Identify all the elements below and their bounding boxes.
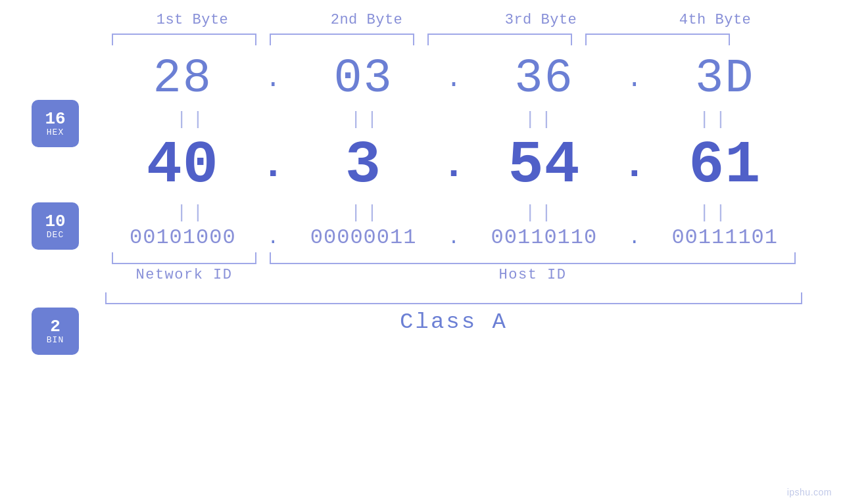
hex-dot-2: . — [441, 64, 466, 94]
eq-3: || — [469, 109, 614, 129]
eq-b4: || — [643, 202, 788, 223]
equals-dec-bin: || || || || — [105, 199, 802, 225]
page-layout: 1st Byte 2nd Byte 3rd Byte 4th Byte 16 H… — [0, 0, 845, 504]
col-header-2: 2nd Byte — [295, 12, 439, 28]
bin-dot-3: . — [621, 227, 647, 249]
dec-badge-number: 10 — [45, 213, 65, 230]
bracket-network — [112, 252, 256, 264]
hex-b1: 28 — [112, 52, 254, 106]
dec-dot-1: . — [260, 143, 286, 188]
eq-2: || — [295, 109, 439, 129]
id-labels-row: Network ID Host ID — [105, 267, 802, 283]
hex-dot-3: . — [621, 64, 647, 94]
class-label: Class A — [105, 309, 802, 334]
hex-row: 28 . 03 . 36 . 3D — [105, 52, 802, 106]
host-id-label: Host ID — [263, 267, 802, 283]
bracket-top-2 — [270, 34, 414, 45]
bin-row: 00101000 . 00000011 . 00110110 . 0011110… — [105, 225, 802, 250]
hex-b2: 03 — [293, 52, 435, 106]
bin-badge-label: BIN — [47, 335, 64, 345]
eq-b1: || — [120, 202, 265, 223]
bracket-top-4 — [585, 34, 730, 45]
eq-b2: || — [295, 202, 439, 223]
dec-b3: 54 — [473, 132, 616, 199]
dec-row: 40 . 3 . 54 . 61 — [105, 132, 802, 199]
dec-b4: 61 — [654, 132, 796, 199]
equals-hex-dec: || || || || — [105, 106, 802, 132]
hex-b4: 3D — [654, 52, 796, 106]
bin-b3: 00110110 — [473, 225, 616, 250]
dec-badge: 10 DEC — [32, 202, 79, 250]
col-header-1: 1st Byte — [120, 12, 265, 28]
hex-badge-number: 16 — [45, 110, 65, 127]
dec-dot-2: . — [441, 143, 466, 188]
hex-dot-1: . — [260, 64, 286, 94]
class-bracket — [105, 292, 802, 304]
bracket-host — [270, 252, 796, 264]
bin-badge: 2 BIN — [32, 308, 79, 355]
hex-badge-label: HEX — [47, 127, 64, 137]
col-header-4: 4th Byte — [643, 12, 788, 28]
bracket-top-3 — [427, 34, 572, 45]
bin-b4: 00111101 — [654, 225, 796, 250]
dec-b2: 3 — [293, 132, 435, 199]
bin-b1: 00101000 — [112, 225, 254, 250]
hex-badge: 16 HEX — [32, 100, 79, 147]
column-headers: 1st Byte 2nd Byte 3rd Byte 4th Byte — [105, 12, 802, 34]
dec-badge-label: DEC — [47, 230, 64, 240]
col-header-3: 3rd Byte — [469, 12, 614, 28]
bin-dot-2: . — [441, 227, 466, 249]
bracket-top-1 — [112, 34, 256, 45]
bin-b2: 00000011 — [293, 225, 435, 250]
bottom-section: Network ID Host ID — [105, 252, 802, 283]
network-id-label: Network ID — [105, 267, 263, 283]
bottom-brackets — [105, 252, 802, 264]
eq-1: || — [120, 109, 265, 129]
eq-b3: || — [469, 202, 614, 223]
eq-4: || — [643, 109, 788, 129]
top-brackets — [105, 34, 802, 45]
class-section: Class A — [105, 292, 802, 334]
bin-dot-1: . — [260, 227, 286, 249]
watermark: ipshu.com — [787, 487, 832, 497]
dec-b1: 40 — [112, 132, 254, 199]
bin-badge-number: 2 — [50, 318, 60, 335]
hex-b3: 36 — [473, 52, 616, 106]
dec-dot-3: . — [621, 143, 647, 188]
